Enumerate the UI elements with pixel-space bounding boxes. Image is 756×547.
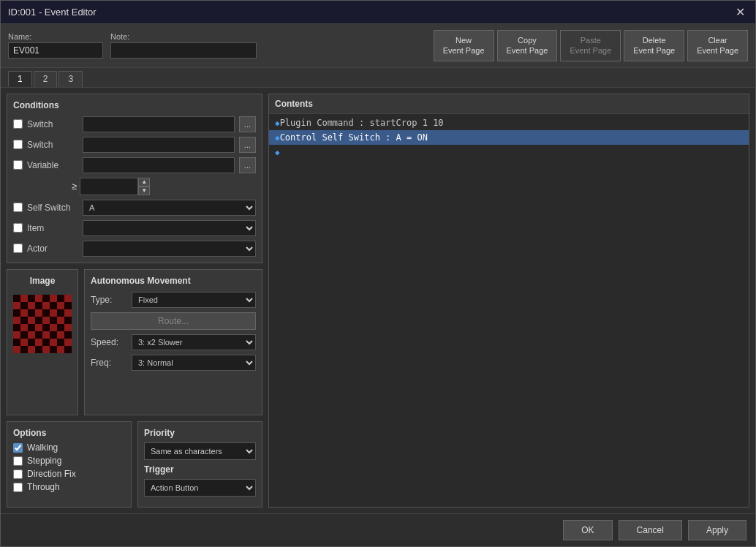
delete-event-page-button[interactable]: DeleteEvent Page: [624, 30, 684, 61]
options-priority-trigger: Options Walking Stepping Direction Fix: [7, 421, 262, 508]
freq-select[interactable]: 1: Lowest 2: Lower 3: Normal 4: Higher 5…: [132, 355, 256, 371]
content-row-empty-8: [269, 272, 749, 288]
direction-fix-checkbox[interactable]: [13, 469, 23, 479]
content-row-empty-5: [269, 224, 749, 240]
spinner-down-btn[interactable]: ▼: [138, 186, 150, 195]
content-row-empty-15: [269, 385, 749, 401]
condition-variable-row: Variable ...: [13, 157, 256, 173]
toolbar: Name: Note: NewEvent Page CopyEvent Page…: [1, 24, 755, 68]
content-text-0: Plugin Command : startCrop 1 10: [280, 118, 444, 128]
left-panel: Conditions Switch ... Switch ...: [7, 94, 262, 508]
variable-checkbox[interactable]: [13, 160, 23, 170]
autonomous-title: Autonomous Movement: [91, 276, 256, 286]
tab-2[interactable]: 2: [34, 71, 58, 87]
content-row-empty-7: [269, 256, 749, 272]
conditions-title: Conditions: [13, 100, 256, 110]
item-select[interactable]: [83, 220, 256, 236]
content-row-empty-12: [269, 336, 749, 352]
note-group: Note:: [110, 32, 257, 59]
image-section: Image: [7, 269, 78, 415]
autonomous-section: Autonomous Movement Type: Fixed Random A…: [84, 269, 262, 415]
name-input[interactable]: [8, 42, 103, 59]
switch2-checkbox[interactable]: [13, 140, 23, 149]
through-label: Through: [27, 482, 60, 492]
auto-type-row: Type: Fixed Random Approach Custom: [91, 292, 256, 308]
content-row-empty-11: [269, 320, 749, 336]
content-row-0[interactable]: ◆Plugin Command : startCrop 1 10: [269, 116, 749, 130]
through-checkbox[interactable]: [13, 483, 23, 492]
direction-fix-label: Direction Fix: [27, 469, 76, 479]
apply-button[interactable]: Apply: [688, 520, 746, 540]
stepping-checkbox[interactable]: [13, 456, 23, 466]
route-button[interactable]: Route...: [91, 312, 256, 330]
switch1-btn[interactable]: ...: [239, 116, 256, 132]
content-row-2[interactable]: ◆: [269, 145, 749, 159]
selfswitch-label: Self Switch: [27, 203, 78, 213]
switch2-btn[interactable]: ...: [239, 137, 256, 153]
image-canvas[interactable]: [13, 295, 72, 353]
actor-label: Actor: [27, 244, 78, 254]
window-title: ID:001 - Event Editor: [8, 7, 97, 18]
tab-3[interactable]: 3: [58, 71, 83, 87]
switch1-checkbox[interactable]: [13, 119, 23, 129]
copy-event-page-button[interactable]: CopyEvent Page: [497, 30, 558, 61]
option-stepping-row: Stepping: [13, 456, 125, 466]
tabs-bar: 1 2 3: [1, 68, 755, 88]
toolbar-buttons: NewEvent Page CopyEvent Page PasteEvent …: [434, 30, 748, 61]
clear-event-page-button[interactable]: ClearEvent Page: [687, 30, 748, 61]
content-row-empty-14: [269, 369, 749, 385]
content-text-1: Control Self Switch : A = ON: [280, 132, 428, 143]
selfswitch-checkbox[interactable]: [13, 203, 23, 212]
condition-switch1-row: Switch ...: [13, 116, 256, 132]
trigger-select[interactable]: Action Button Player Touch Event Touch A…: [144, 479, 256, 497]
options-title: Options: [13, 428, 125, 438]
diamond-0: ◆: [275, 118, 280, 128]
content-row-empty-13: [269, 352, 749, 369]
cancel-button[interactable]: Cancel: [619, 520, 682, 540]
variable-input[interactable]: [83, 157, 235, 173]
stepping-label: Stepping: [27, 456, 61, 466]
new-event-page-button[interactable]: NewEvent Page: [434, 30, 494, 61]
footer: OK Cancel Apply: [1, 513, 755, 546]
diamond-2: ◆: [275, 148, 280, 157]
type-select[interactable]: Fixed Random Approach Custom: [132, 292, 256, 308]
variable-num-input[interactable]: [80, 178, 138, 195]
content-row-empty-1: [269, 159, 749, 176]
auto-freq-row: Freq: 1: Lowest 2: Lower 3: Normal 4: Hi…: [91, 355, 256, 371]
paste-event-page-button[interactable]: PasteEvent Page: [560, 30, 621, 61]
priority-select[interactable]: Below characters Same as characters Abov…: [144, 442, 256, 460]
options-section: Options Walking Stepping Direction Fix: [7, 421, 132, 508]
speed-label: Speed:: [91, 337, 127, 347]
note-input[interactable]: [110, 42, 257, 59]
content-row-empty-2: [269, 176, 749, 192]
walking-checkbox[interactable]: [13, 443, 23, 453]
diamond-1: ◆: [275, 133, 280, 143]
tab-1[interactable]: 1: [8, 71, 32, 87]
content-row-empty-6: [269, 240, 749, 256]
actor-select[interactable]: [83, 241, 256, 257]
switch1-label: Switch: [27, 119, 78, 129]
spinner-controls: ▲ ▼: [138, 178, 150, 195]
note-label: Note:: [110, 32, 257, 41]
speed-select[interactable]: 1: x8 Slower 2: x4 Slower 3: x2 Slower 4…: [132, 334, 256, 350]
name-label: Name:: [8, 32, 103, 41]
trigger-title: Trigger: [144, 464, 256, 475]
walking-label: Walking: [27, 442, 58, 453]
actor-checkbox[interactable]: [13, 244, 23, 253]
variable-btn[interactable]: ...: [239, 157, 256, 173]
option-through-row: Through: [13, 482, 125, 492]
ok-button[interactable]: OK: [563, 520, 612, 540]
selfswitch-select[interactable]: ABCD: [83, 200, 256, 216]
contents-list[interactable]: ◆Plugin Command : startCrop 1 10 ◆Contro…: [269, 114, 749, 507]
image-title: Image: [30, 276, 56, 286]
switch2-input[interactable]: [83, 137, 235, 153]
condition-item-row: Item: [13, 220, 256, 236]
content-row-empty-10: [269, 304, 749, 320]
switch1-input[interactable]: [83, 116, 235, 132]
item-checkbox[interactable]: [13, 223, 23, 233]
content-row-1[interactable]: ◆Control Self Switch : A = ON: [269, 130, 749, 145]
conditions-section: Conditions Switch ... Switch ...: [7, 94, 262, 263]
spinner-up-btn[interactable]: ▲: [138, 178, 150, 186]
close-button[interactable]: ✕: [733, 5, 748, 19]
conditions-grid: Switch ... Switch ... Variable: [13, 116, 256, 257]
